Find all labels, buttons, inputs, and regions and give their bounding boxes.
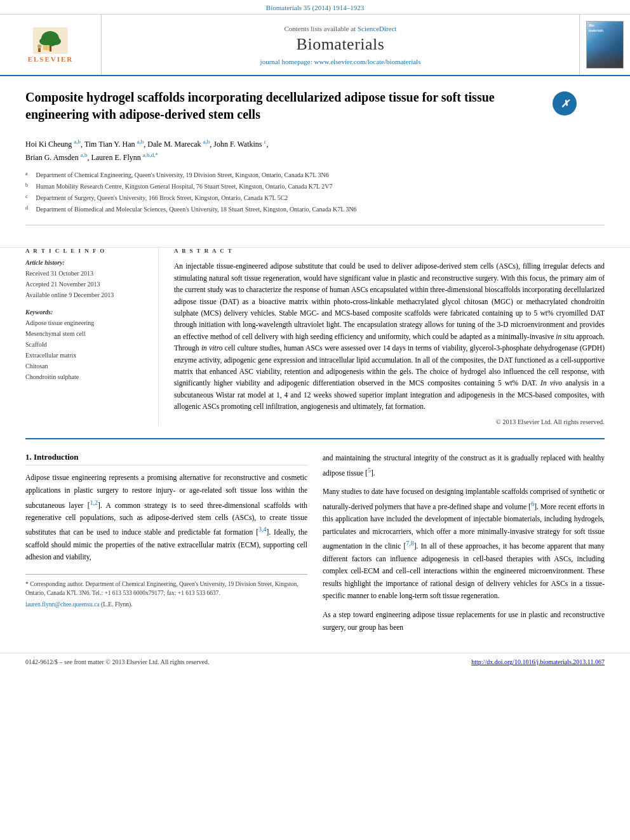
keyword-4: Extracellular matrix	[25, 350, 147, 360]
intro-paragraph-4: As a step toward engineering adipose tis…	[323, 609, 605, 634]
abstract-heading: A B S T R A C T	[174, 248, 605, 254]
elsevier-tree-icon	[33, 27, 68, 54]
affiliation-a: a Department of Chemical Engineering, Qu…	[25, 170, 605, 180]
article-title-section: Composite hydrogel scaffolds incorporati…	[0, 76, 630, 248]
bottom-bar: 0142-9612/$ – see front matter © 2013 El…	[0, 653, 630, 670]
svg-point-3	[39, 37, 50, 45]
article-title: Composite hydrogel scaffolds incorporati…	[25, 89, 546, 123]
keyword-3: Scaffold	[25, 340, 147, 349]
journal-reference-text: Biomaterials 35 (2014) 1914–1923	[266, 4, 364, 11]
title-divider	[25, 225, 605, 225]
available-online-date: Available online 9 December 2013	[25, 290, 147, 300]
elsevier-wordmark: ELSEVIER	[28, 55, 74, 63]
article-history-label: Article history:	[25, 259, 147, 266]
keywords-label: Keywords:	[25, 309, 147, 316]
copyright-text: © 2013 Elsevier Ltd. All rights reserved…	[174, 418, 605, 425]
elsevier-logo: ELSEVIER	[28, 27, 74, 63]
author-email-link[interactable]: lauren.flynn@chee.queensu.ca	[25, 601, 100, 608]
received-date: Received 31 October 2013	[25, 269, 147, 278]
svg-rect-6	[38, 48, 41, 52]
keyword-1: Adipose tissue engineering	[25, 318, 147, 328]
doi-anchor[interactable]: http://dx.doi.org/10.1016/j.biomaterials…	[471, 658, 605, 665]
crossmark-icon: ✗	[553, 91, 577, 116]
abstract-text: An injectable tissue-engineered adipose …	[174, 260, 605, 412]
journal-homepage: journal homepage: www.elsevier.com/locat…	[260, 58, 421, 65]
affiliation-d: d Department of Biomedical and Molecular…	[25, 204, 605, 215]
footnote-area: * Corresponding author. Department of Ch…	[25, 574, 307, 610]
svg-point-4	[51, 37, 61, 45]
abstract-column: A B S T R A C T An injectable tissue-eng…	[174, 248, 605, 425]
article-info-column: A R T I C L E I N F O Article history: R…	[25, 248, 159, 425]
intro-paragraph-3: Many studies to date have focused on des…	[323, 486, 605, 603]
intro-paragraph-1: Adipose tissue engineering represents a …	[25, 472, 307, 563]
sciencedirect-anchor[interactable]: ScienceDirect	[358, 25, 397, 32]
article-info-heading: A R T I C L E I N F O	[25, 248, 147, 254]
homepage-link[interactable]: journal homepage: www.elsevier.com/locat…	[260, 58, 421, 65]
intro-paragraph-2: and maintaining the structural integrity…	[323, 452, 605, 479]
doi-link: http://dx.doi.org/10.1016/j.biomaterials…	[471, 658, 605, 665]
journal-cover-label: Biomaterials	[589, 23, 603, 34]
keywords-section: Keywords: Adipose tissue engineering Mes…	[25, 309, 147, 382]
main-article-content: 1. Introduction Adipose tissue engineeri…	[0, 439, 630, 653]
affiliation-c: c Department of Surgery, Queen's Univers…	[25, 193, 605, 203]
journal-title: Biomaterials	[297, 35, 385, 54]
introduction-heading: 1. Introduction	[25, 452, 307, 465]
keyword-2: Mesenchymal stem cell	[25, 329, 147, 338]
journal-cover-image: Biomaterials	[586, 21, 624, 69]
content-left-col: 1. Introduction Adipose tissue engineeri…	[25, 452, 307, 640]
corresponding-author-footnote: * Corresponding author. Department of Ch…	[25, 580, 307, 598]
email-attribution: (L.E. Flynn).	[101, 601, 133, 608]
article-info-abstract: A R T I C L E I N F O Article history: R…	[0, 248, 630, 438]
journal-cover-section: Biomaterials	[579, 15, 630, 75]
content-right-col: and maintaining the structural integrity…	[323, 452, 605, 640]
journal-header: ELSEVIER Contents lists available at Sci…	[0, 15, 630, 76]
authors-list: Hoi Ki Cheung a,b, Tim Tian Y. Han a,b, …	[25, 137, 605, 164]
affiliations-list: a Department of Chemical Engineering, Qu…	[25, 170, 605, 215]
email-footnote: lauren.flynn@chee.queensu.ca (L.E. Flynn…	[25, 600, 307, 609]
keyword-5: Chitosan	[25, 361, 147, 371]
journal-header-center: Contents lists available at ScienceDirec…	[102, 15, 579, 75]
affiliation-b: b Human Mobility Research Centre, Kingst…	[25, 182, 605, 192]
sciencedirect-link: Contents lists available at ScienceDirec…	[284, 25, 396, 32]
keyword-6: Chondroitin sulphate	[25, 372, 147, 382]
journal-reference-bar: Biomaterials 35 (2014) 1914–1923	[0, 0, 630, 15]
accepted-date: Accepted 21 November 2013	[25, 279, 147, 289]
issn-text: 0142-9612/$ – see front matter © 2013 El…	[25, 658, 209, 665]
elsevier-logo-section: ELSEVIER	[0, 15, 102, 75]
svg-point-5	[37, 44, 41, 48]
crossmark-badge: ✗	[553, 91, 577, 116]
